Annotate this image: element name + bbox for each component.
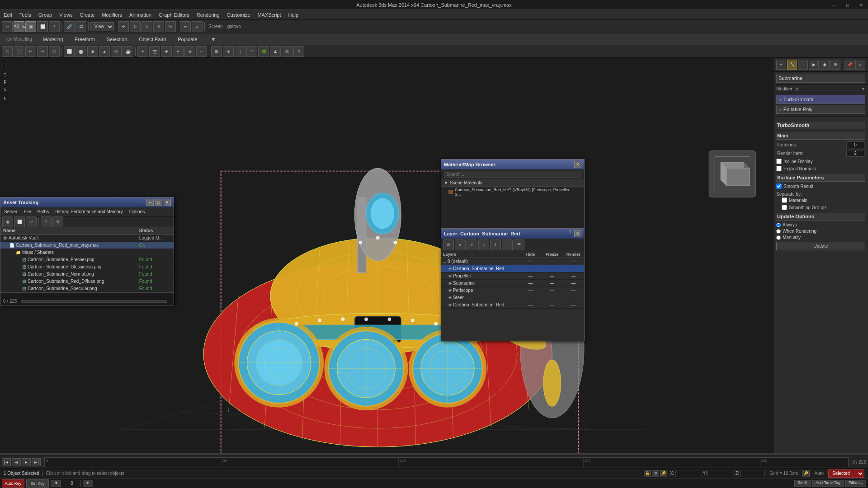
- at-tb4[interactable]: ?: [41, 216, 52, 227]
- layer-tb-move[interactable]: →: [502, 239, 513, 250]
- smooth-result-checkbox[interactable]: [776, 183, 782, 189]
- anim-play[interactable]: ►: [22, 458, 31, 466]
- modifier-dropdown-arrow[interactable]: ▼: [861, 87, 865, 91]
- tb2-grid[interactable]: ⊞: [282, 46, 292, 57]
- layer-tb-settings[interactable]: ⚙: [443, 239, 454, 250]
- menu-maxscript[interactable]: MAXScript: [254, 11, 285, 19]
- set-k-btn[interactable]: Set K: [794, 480, 811, 487]
- set-key-btn[interactable]: Set Key: [26, 479, 49, 488]
- rpanel-pin[interactable]: 📌: [844, 60, 854, 70]
- at-server[interactable]: Server: [2, 209, 19, 215]
- tb-move[interactable]: ✛: [118, 21, 129, 32]
- viewport-type-dropdown[interactable]: View: [90, 22, 114, 31]
- tb2-helper[interactable]: ✚: [161, 46, 172, 57]
- tb2-help[interactable]: ?: [293, 46, 304, 57]
- asset-tracking-titlebar[interactable]: Asset Tracking ─ □ ✕: [0, 197, 174, 207]
- tb2-camera[interactable]: 📷: [149, 46, 160, 57]
- tb2-btn2[interactable]: ⬛: [14, 46, 24, 57]
- tb2-cube[interactable]: ⬜: [64, 46, 75, 57]
- tb-select-lasso[interactable]: ⌖: [49, 21, 60, 32]
- material-browser-titlebar[interactable]: Material/Map Browser ✕: [441, 160, 584, 169]
- status-settings2[interactable]: ⚙: [652, 470, 659, 477]
- timeline-scrubber[interactable]: 0 50 100 150 200: [44, 457, 849, 467]
- tb2-sphere[interactable]: ⬤: [75, 46, 86, 57]
- mat-search-input[interactable]: [444, 171, 581, 178]
- tb2-turbosmooth[interactable]: ◈: [223, 46, 234, 57]
- layer-help[interactable]: ?: [567, 230, 573, 237]
- rpanel-create[interactable]: +: [776, 60, 786, 70]
- tb2-space[interactable]: ◈: [184, 46, 195, 57]
- rpanel-hierarchy[interactable]: ⋮: [798, 60, 808, 70]
- tb-mirror[interactable]: ⇔: [180, 21, 191, 32]
- always-radio[interactable]: [776, 223, 781, 227]
- menu-edit[interactable]: Edit: [0, 11, 16, 19]
- rpanel-motion[interactable]: ▶: [809, 60, 819, 70]
- rpanel-modify[interactable]: 🔧: [787, 60, 797, 70]
- tb-unlink[interactable]: ⛓: [75, 21, 86, 32]
- menu-graph-editors[interactable]: Graph Editors: [155, 11, 193, 19]
- anim-play-back[interactable]: ◄: [12, 458, 21, 466]
- layer-tb-merge[interactable]: ⇓: [478, 239, 489, 250]
- when-rendering-radio[interactable]: [776, 229, 781, 234]
- at-scrollbar-h[interactable]: [0, 292, 174, 297]
- update-button[interactable]: Update: [776, 242, 865, 250]
- tb2-btn3[interactable]: ↩: [25, 46, 36, 57]
- ribbon-freeform[interactable]: Freeform: [71, 36, 99, 43]
- window-controls[interactable]: ─ □ ✕: [827, 0, 868, 10]
- z-input[interactable]: [740, 470, 765, 477]
- modifier-editable-poly[interactable]: ■ Editable Poly: [776, 105, 865, 114]
- materials-checkbox[interactable]: [782, 197, 787, 203]
- at-file[interactable]: File: [22, 209, 33, 215]
- x-input[interactable]: [675, 470, 700, 477]
- rpanel-utility[interactable]: ⚙: [830, 60, 840, 70]
- layer-table-row[interactable]: ◉ Steer — — —: [441, 294, 584, 301]
- add-time-tag-btn[interactable]: Add Time Tag: [812, 480, 844, 487]
- menu-views[interactable]: Views: [56, 11, 76, 19]
- ribbon-expand[interactable]: ▼: [208, 36, 220, 43]
- iterations-input[interactable]: [846, 141, 864, 148]
- ribbon-object-paint[interactable]: Object Paint: [135, 36, 170, 43]
- at-tb5[interactable]: ⚙: [52, 216, 63, 227]
- tb-scale[interactable]: ⤡: [142, 21, 152, 32]
- asset-tracking-minimize[interactable]: ─: [146, 199, 154, 206]
- tb2-btn5[interactable]: ⬡: [49, 46, 60, 57]
- tb2-hair[interactable]: 🌿: [258, 46, 269, 57]
- ribbon-selection[interactable]: Selection: [103, 36, 131, 43]
- at-paths[interactable]: Paths: [36, 209, 51, 215]
- tb-select-region[interactable]: ⬜: [37, 21, 48, 32]
- tb2-scatter[interactable]: ⋯: [196, 46, 207, 57]
- at-bitmap[interactable]: Bitmap Performance and Memory: [53, 209, 125, 215]
- manually-radio[interactable]: [776, 235, 781, 240]
- tb2-cloth[interactable]: ♟: [270, 46, 281, 57]
- tb-rotate[interactable]: ↻: [130, 21, 141, 32]
- prev-frame-btn[interactable]: ◄: [51, 480, 61, 487]
- tb2-btn1[interactable]: ◻: [2, 46, 13, 57]
- tb2-cone[interactable]: ▲: [99, 46, 110, 57]
- menu-customize[interactable]: Customize: [223, 11, 254, 19]
- tb-select[interactable]: ▣: [25, 21, 36, 32]
- menu-create[interactable]: Create: [76, 11, 98, 19]
- close-button[interactable]: ✕: [854, 0, 868, 10]
- status-lock[interactable]: 🔒: [644, 470, 651, 477]
- tb2-light[interactable]: ☀: [137, 46, 148, 57]
- layer-table-row[interactable]: ◉ Periscope — — —: [441, 287, 584, 294]
- y-input[interactable]: [708, 470, 732, 477]
- layer-tb-add[interactable]: +: [467, 239, 477, 250]
- auto-key-btn[interactable]: Auto Key: [2, 479, 24, 488]
- mat-item-submarine[interactable]: Cartoon_Submarine_Red_MAT (VRayMtl) [Per…: [441, 187, 584, 198]
- menu-rendering[interactable]: Rendering: [193, 11, 223, 19]
- menu-modifiers[interactable]: Modifiers: [98, 11, 126, 19]
- render-iters-input[interactable]: [846, 150, 864, 157]
- layer-table-row[interactable]: ◉ Cartoon_Submarine_Red — — —: [441, 265, 584, 272]
- ribbon-populate[interactable]: Populate: [174, 36, 201, 43]
- menu-group[interactable]: Group: [35, 11, 56, 19]
- selected-dropdown[interactable]: Selected: [828, 469, 864, 478]
- menu-animation[interactable]: Animation: [126, 11, 155, 19]
- anim-next-key[interactable]: ►|: [32, 458, 41, 466]
- tb2-particle[interactable]: ✦: [173, 46, 184, 57]
- tb-align[interactable]: ≡: [192, 21, 203, 32]
- object-name-input[interactable]: [776, 74, 865, 83]
- smoothing-groups-checkbox[interactable]: [782, 205, 787, 210]
- status-key2[interactable]: 🔑: [802, 470, 810, 477]
- at-tb1[interactable]: ◉: [2, 216, 13, 227]
